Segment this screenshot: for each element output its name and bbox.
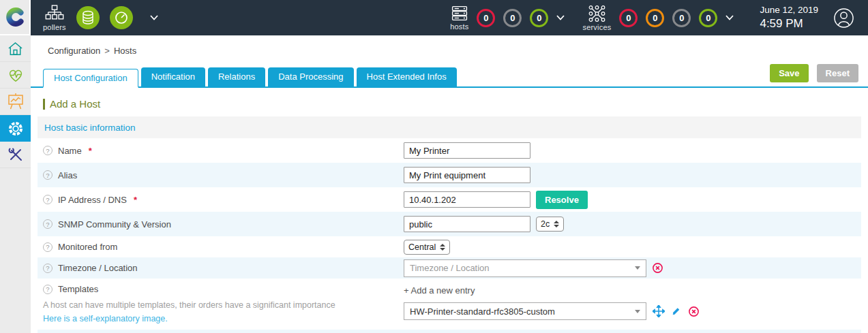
dashboard-chart-icon bbox=[7, 93, 25, 110]
remove-circle-icon bbox=[652, 262, 663, 274]
resolve-button[interactable]: Resolve bbox=[536, 191, 588, 209]
form-row-timezone: ? Timezone / Location Timezone / Locatio… bbox=[38, 257, 861, 279]
services-chevron-down-icon[interactable] bbox=[725, 15, 734, 20]
select-spinner-arrows-icon bbox=[554, 221, 559, 227]
form-row-alias: ? Alias bbox=[38, 163, 861, 187]
section-title: Host basic information bbox=[44, 123, 136, 133]
help-icon[interactable]: ? bbox=[43, 195, 53, 204]
ip-address-label: IP Address / DNS bbox=[58, 195, 127, 205]
latency-gauge-status[interactable] bbox=[110, 6, 133, 29]
dropdown-arrow-icon bbox=[635, 266, 640, 270]
timezone-select[interactable]: Timezone / Location bbox=[404, 259, 646, 277]
snmp-version-select[interactable]: 2c bbox=[536, 217, 564, 232]
breadcrumb: Configuration > Hosts bbox=[31, 35, 868, 64]
home-icon bbox=[7, 40, 24, 57]
sidebar-item-home[interactable] bbox=[0, 35, 31, 62]
template-move-handle[interactable] bbox=[653, 305, 665, 317]
database-poller-status[interactable] bbox=[76, 6, 100, 29]
page-title: Add a Host bbox=[31, 88, 868, 116]
centreon-logo[interactable] bbox=[0, 0, 31, 35]
user-avatar-icon bbox=[833, 7, 854, 29]
services-ok-counter[interactable]: 0 bbox=[699, 9, 717, 27]
tab-relations[interactable]: Relations bbox=[208, 67, 265, 86]
sidebar-item-administration[interactable] bbox=[0, 142, 31, 168]
monitored-from-label: Monitored from bbox=[58, 242, 117, 252]
top-status-bar: pollers bbox=[31, 0, 868, 35]
monitored-from-value: Central bbox=[408, 242, 436, 252]
current-date: June 12, 2019 bbox=[760, 5, 818, 16]
services-critical-counter[interactable]: 0 bbox=[619, 9, 638, 27]
template-remove-button[interactable] bbox=[688, 306, 700, 317]
move-icon bbox=[653, 305, 665, 317]
sidebar-item-monitoring[interactable] bbox=[0, 62, 31, 89]
form-row-ip-address: ? IP Address / DNS * Resolve bbox=[38, 187, 861, 212]
main-sidebar bbox=[0, 35, 31, 333]
templates-help-link[interactable]: Here is a self-explanatory image. bbox=[43, 314, 168, 323]
services-unknown-counter[interactable]: 0 bbox=[672, 9, 691, 27]
breadcrumb-page[interactable]: Hosts bbox=[114, 46, 136, 56]
breadcrumb-section[interactable]: Configuration bbox=[48, 46, 100, 56]
tab-notification[interactable]: Notification bbox=[141, 67, 205, 86]
form-row-create-services: ? Create Services linked to the Template… bbox=[38, 330, 861, 333]
help-icon[interactable]: ? bbox=[43, 285, 53, 294]
template-edit-button[interactable] bbox=[671, 306, 682, 317]
sidebar-item-reporting[interactable] bbox=[0, 89, 31, 115]
pollers-icon bbox=[45, 5, 64, 22]
timezone-clear-button[interactable] bbox=[652, 262, 663, 274]
alias-input[interactable] bbox=[404, 167, 530, 183]
name-label: Name bbox=[58, 146, 82, 156]
form-row-monitored-from: ? Monitored from Central bbox=[38, 236, 861, 257]
sidebar-item-configuration[interactable] bbox=[0, 115, 31, 142]
templates-help-text: A host can have multiple templates, thei… bbox=[43, 300, 404, 312]
help-icon[interactable]: ? bbox=[43, 219, 53, 229]
heart-pulse-icon bbox=[7, 67, 25, 84]
tab-host-extended-infos[interactable]: Host Extended Infos bbox=[357, 67, 457, 86]
title-bar-decoration bbox=[43, 99, 45, 110]
database-icon bbox=[81, 10, 95, 25]
save-button[interactable]: Save bbox=[770, 64, 808, 82]
gauge-icon bbox=[114, 10, 129, 25]
snmp-community-input[interactable] bbox=[404, 216, 530, 232]
reset-button[interactable]: Reset bbox=[817, 64, 858, 82]
gear-icon bbox=[7, 120, 25, 138]
pollers-menu[interactable]: pollers bbox=[43, 5, 66, 31]
name-input[interactable] bbox=[404, 142, 530, 159]
timezone-label: Timezone / Location bbox=[58, 263, 138, 273]
centreon-app: pollers bbox=[0, 0, 868, 333]
help-icon[interactable]: ? bbox=[43, 264, 53, 273]
help-icon[interactable]: ? bbox=[43, 242, 53, 252]
add-template-entry-button[interactable]: + Add a new entry bbox=[404, 285, 475, 296]
clock: June 12, 2019 4:59 PM bbox=[760, 5, 818, 31]
monitored-from-select[interactable]: Central bbox=[404, 240, 450, 255]
select-spinner-arrows-icon bbox=[440, 244, 445, 251]
help-icon[interactable]: ? bbox=[43, 170, 53, 180]
breadcrumb-separator: > bbox=[104, 46, 110, 56]
hosts-status-menu[interactable]: hosts bbox=[450, 5, 468, 31]
hosts-icon bbox=[451, 5, 468, 22]
page-title-text: Add a Host bbox=[50, 98, 100, 110]
hosts-label: hosts bbox=[450, 22, 468, 31]
services-warning-counter[interactable]: 0 bbox=[646, 9, 664, 27]
dropdown-arrow-icon bbox=[635, 310, 640, 313]
ip-address-input[interactable] bbox=[404, 191, 530, 208]
hosts-unreachable-counter[interactable]: 0 bbox=[503, 9, 522, 27]
current-time: 4:59 PM bbox=[760, 16, 818, 31]
tab-host-configuration[interactable]: Host Configuration bbox=[43, 69, 138, 88]
hosts-up-counter[interactable]: 0 bbox=[530, 9, 548, 27]
pollers-chevron-down-icon[interactable] bbox=[150, 15, 158, 20]
template-select[interactable]: HW-Printer-standard-rfc3805-custom bbox=[404, 302, 646, 320]
main-content: Configuration > Hosts Host Configuration… bbox=[31, 35, 868, 333]
tab-data-processing[interactable]: Data Processing bbox=[268, 67, 353, 86]
user-profile-button[interactable] bbox=[833, 7, 854, 29]
help-icon[interactable]: ? bbox=[43, 146, 53, 155]
snmp-label: SNMP Community & Version bbox=[58, 219, 171, 229]
template-selected-value: HW-Printer-standard-rfc3805-custom bbox=[410, 306, 635, 317]
alias-label: Alias bbox=[58, 170, 77, 180]
hosts-chevron-down-icon[interactable] bbox=[556, 15, 565, 20]
required-asterisk: * bbox=[134, 195, 137, 205]
section-host-basic-information: Host basic information bbox=[38, 116, 861, 138]
services-status-menu[interactable]: services bbox=[582, 5, 611, 31]
form-row-name: ? Name * bbox=[38, 138, 861, 163]
hosts-down-counter[interactable]: 0 bbox=[477, 9, 495, 27]
remove-circle-icon bbox=[688, 306, 700, 317]
